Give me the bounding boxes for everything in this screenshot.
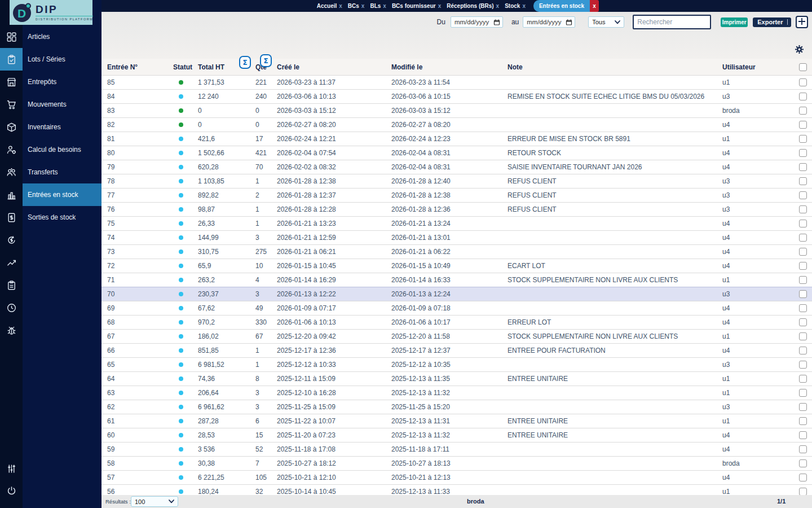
rail-clock[interactable] bbox=[0, 296, 23, 319]
sidebar-item-calcul-de-besoins[interactable]: Calcul de besoins bbox=[23, 138, 102, 161]
tab-close-icon[interactable]: x bbox=[361, 3, 365, 9]
row-checkbox[interactable] bbox=[799, 177, 807, 185]
table-row[interactable]: 5830,3872025-10-27 à 18:122025-10-27 à 1… bbox=[102, 456, 812, 470]
sidebar-item-mouvements[interactable]: Mouvements bbox=[23, 93, 102, 116]
table-row[interactable]: 82002026-02-27 à 08:202026-02-27 à 08:20… bbox=[102, 117, 812, 132]
row-checkbox[interactable] bbox=[799, 290, 807, 298]
row-checkbox[interactable] bbox=[799, 149, 807, 157]
rail-sliders[interactable] bbox=[0, 457, 23, 480]
rail-bar-chart[interactable] bbox=[0, 183, 23, 206]
table-row[interactable]: 626 961,6232025-11-25 à 15:092025-11-25 … bbox=[102, 400, 812, 414]
tab-close-icon[interactable]: x bbox=[590, 0, 599, 12]
row-checkbox[interactable] bbox=[799, 318, 807, 326]
row-checkbox[interactable] bbox=[799, 248, 807, 256]
row-checkbox[interactable] bbox=[799, 474, 807, 481]
row-checkbox[interactable] bbox=[799, 361, 807, 369]
rail-bug[interactable] bbox=[0, 319, 23, 341]
tab-2[interactable]: BLs bbox=[370, 3, 381, 9]
row-checkbox[interactable] bbox=[799, 347, 807, 354]
table-row[interactable]: 6967,62492026-01-09 à 07:172026-01-09 à … bbox=[102, 301, 812, 315]
sum-total-button[interactable]: Σ bbox=[239, 56, 251, 69]
rail-warehouse[interactable] bbox=[0, 71, 23, 93]
column-header[interactable]: Note bbox=[508, 63, 722, 71]
sidebar-item-transferts[interactable]: Transferts bbox=[23, 161, 102, 183]
table-row[interactable]: 68970,23302026-01-06 à 10:132026-01-06 à… bbox=[102, 315, 812, 329]
row-checkbox[interactable] bbox=[799, 417, 807, 425]
table-row[interactable]: 7698,8712026-01-28 à 12:282026-01-28 à 1… bbox=[102, 202, 812, 216]
row-checkbox[interactable] bbox=[799, 332, 807, 340]
row-checkbox[interactable] bbox=[799, 262, 807, 270]
row-checkbox[interactable] bbox=[799, 445, 807, 453]
row-checkbox[interactable] bbox=[799, 459, 807, 467]
table-row[interactable]: 7526,3312026-01-21 à 13:232026-01-21 à 1… bbox=[102, 216, 812, 230]
rail-user-gear[interactable] bbox=[0, 138, 23, 161]
sum-qty-button[interactable]: Σ bbox=[260, 54, 272, 67]
search-input[interactable] bbox=[633, 15, 711, 29]
tab-active[interactable]: Entrées en stock bbox=[533, 0, 590, 12]
rail-report-clipboard[interactable] bbox=[0, 274, 23, 296]
tab-close-icon[interactable]: x bbox=[383, 3, 386, 9]
tab-3[interactable]: BCs fournisseur bbox=[392, 3, 436, 9]
table-row[interactable]: 83002026-03-03 à 15:122026-03-03 à 15:12… bbox=[102, 103, 812, 117]
tab-close-icon[interactable]: x bbox=[339, 3, 342, 9]
rail-package[interactable] bbox=[0, 116, 23, 138]
tab-5[interactable]: Stock bbox=[505, 3, 520, 9]
row-checkbox[interactable] bbox=[799, 191, 807, 199]
column-header[interactable]: Modifié le bbox=[391, 63, 508, 71]
select-all-checkbox[interactable] bbox=[799, 63, 807, 71]
tab-close-icon[interactable]: x bbox=[496, 3, 500, 9]
rail-clipboard-check[interactable] bbox=[0, 48, 23, 71]
row-checkbox[interactable] bbox=[799, 403, 807, 411]
table-row[interactable]: 63206,6432025-12-10 à 16:282025-12-13 à … bbox=[102, 386, 812, 400]
rail-invoice-dollar[interactable] bbox=[0, 206, 23, 229]
row-checkbox[interactable] bbox=[799, 304, 807, 312]
rail-trend-line[interactable] bbox=[0, 251, 23, 274]
row-checkbox[interactable] bbox=[799, 135, 807, 143]
table-row[interactable]: 593 536522025-11-18 à 17:082025-11-18 à … bbox=[102, 442, 812, 456]
sidebar-item-sorties-de-stock[interactable]: Sorties de stock bbox=[23, 206, 102, 229]
row-checkbox[interactable] bbox=[799, 431, 807, 439]
add-entry-button[interactable] bbox=[796, 16, 808, 28]
column-header[interactable]: Utilisateur bbox=[722, 63, 796, 71]
sidebar-item-lots-s-ries[interactable]: Lots / Séries bbox=[23, 48, 102, 71]
table-row[interactable]: 81421,6172026-02-24 à 12:212026-02-24 à … bbox=[102, 132, 812, 146]
table-row[interactable]: 6028,53152025-11-20 à 07:232025-12-13 à … bbox=[102, 428, 812, 442]
table-row[interactable]: 61287,2862025-11-22 à 10:072025-12-13 à … bbox=[102, 414, 812, 428]
sidebar-item-inventaires[interactable]: Inventaires bbox=[23, 116, 102, 138]
tab-close-icon[interactable]: x bbox=[438, 3, 442, 9]
table-row[interactable]: 576 221,251052025-10-21 à 12:102025-10-2… bbox=[102, 470, 812, 484]
rail-dashboard-grid[interactable] bbox=[0, 25, 23, 48]
table-row[interactable]: 656 981,5212025-12-12 à 10:332025-12-12 … bbox=[102, 357, 812, 371]
row-checkbox[interactable] bbox=[799, 93, 807, 100]
print-button[interactable]: Imprimer bbox=[721, 17, 748, 27]
row-checkbox[interactable] bbox=[799, 220, 807, 227]
date-to-input[interactable]: mm/dd/yyyy bbox=[523, 16, 575, 28]
sidebar-item-entrep-ts[interactable]: Entrepôts bbox=[23, 71, 102, 93]
table-row[interactable]: 6474,3682025-12-11 à 15:092025-12-13 à 1… bbox=[102, 371, 812, 386]
table-row[interactable]: 56180,24322025-10-14 à 10:452025-12-13 à… bbox=[102, 484, 812, 495]
rail-power[interactable] bbox=[0, 479, 23, 502]
rail-people-group[interactable] bbox=[0, 161, 23, 183]
table-row[interactable]: 67186,02672025-12-20 à 09:422025-12-20 à… bbox=[102, 329, 812, 343]
tab-close-icon[interactable]: x bbox=[522, 3, 526, 9]
column-header[interactable]: Entrée N° bbox=[107, 63, 173, 71]
date-from-input[interactable]: mm/dd/yyyy bbox=[451, 16, 503, 28]
rail-cart[interactable] bbox=[0, 93, 23, 116]
table-row[interactable]: 781 103,8512026-01-28 à 12:382026-01-28 … bbox=[102, 174, 812, 188]
table-row[interactable]: 79620,28702026-02-02 à 08:322026-02-04 à… bbox=[102, 160, 812, 174]
tab-0[interactable]: Accueil bbox=[317, 3, 337, 9]
row-checkbox[interactable] bbox=[799, 375, 807, 383]
tab-4[interactable]: Réceptions (BRs) bbox=[447, 3, 493, 9]
row-checkbox[interactable] bbox=[799, 389, 807, 397]
page-size-select[interactable]: 100 bbox=[131, 496, 178, 507]
column-header[interactable]: Créé le bbox=[277, 63, 391, 71]
table-row[interactable]: 74144,9932026-01-21 à 12:592026-01-21 à … bbox=[102, 230, 812, 244]
row-checkbox[interactable] bbox=[799, 488, 807, 495]
table-row[interactable]: 77892,8222026-01-28 à 12:372026-01-28 à … bbox=[102, 188, 812, 202]
row-checkbox[interactable] bbox=[799, 163, 807, 171]
table-row[interactable]: 66851,8512025-12-17 à 12:362025-12-17 à … bbox=[102, 343, 812, 357]
table-row[interactable]: 7265,9102026-01-15 à 10:452026-01-15 à 1… bbox=[102, 259, 812, 273]
gear-icon[interactable] bbox=[795, 45, 804, 56]
table-row[interactable]: 73310,752752026-01-21 à 06:212026-01-21 … bbox=[102, 244, 812, 259]
row-checkbox[interactable] bbox=[799, 78, 807, 86]
